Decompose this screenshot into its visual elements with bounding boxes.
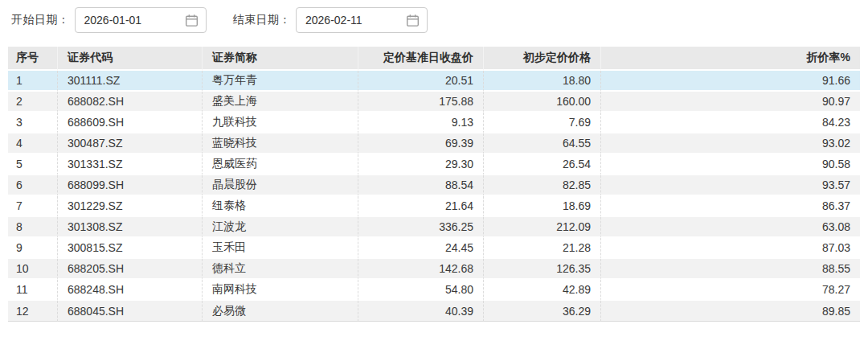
cell-security-name: 必易微 (203, 301, 358, 322)
cell-security-name: 南网科技 (203, 280, 358, 301)
table-row[interactable]: 1 301111.SZ 粤万年青 20.51 18.80 91.66 (8, 71, 860, 92)
cell-discount-rate: 90.97 (601, 92, 860, 113)
end-date-input[interactable]: 2026-02-11 (296, 7, 428, 33)
col-header-name: 证券简称 (203, 47, 358, 71)
cell-index: 11 (8, 280, 58, 301)
cell-security-code: 300487.SZ (58, 133, 203, 154)
cell-security-code: 688609.SH (58, 113, 203, 133)
cell-initial-price: 18.69 (484, 196, 601, 217)
cell-initial-price: 26.54 (484, 154, 601, 175)
end-date-value: 2026-02-11 (305, 14, 362, 27)
cell-discount-rate: 93.57 (601, 175, 860, 196)
table-row[interactable]: 6 688099.SH 晶晨股份 88.54 82.85 93.57 (8, 175, 860, 196)
table-row[interactable]: 7 301229.SZ 纽泰格 21.64 18.69 86.37 (8, 196, 860, 217)
table-body: 1 301111.SZ 粤万年青 20.51 18.80 91.66 2 688… (8, 71, 860, 322)
cell-security-name: 盛美上海 (203, 92, 358, 113)
table-row[interactable]: 5 301331.SZ 恩威医药 29.30 26.54 90.58 (8, 154, 860, 175)
cell-index: 6 (8, 175, 58, 196)
table-row[interactable]: 3 688609.SH 九联科技 9.13 7.69 84.23 (8, 113, 860, 133)
cell-initial-price: 64.55 (484, 133, 601, 154)
table-row[interactable]: 8 301308.SZ 江波龙 336.25 212.09 63.08 (8, 217, 860, 238)
securities-pricing-table: 序号 证券代码 证券简称 定价基准日收盘价 初步定价价格 折价率% 1 3011… (8, 47, 860, 322)
cell-discount-rate: 88.55 (601, 259, 860, 280)
start-date-label: 开始日期： (11, 13, 70, 27)
cell-close-price: 336.25 (358, 217, 484, 238)
cell-initial-price: 160.00 (484, 92, 601, 113)
cell-security-code: 688099.SH (58, 175, 203, 196)
cell-close-price: 29.30 (358, 154, 484, 175)
cell-index: 5 (8, 154, 58, 175)
cell-discount-rate: 78.27 (601, 280, 860, 301)
table-row[interactable]: 12 688045.SH 必易微 40.39 36.29 89.85 (8, 301, 860, 322)
cell-discount-rate: 84.23 (601, 113, 860, 133)
cell-close-price: 54.80 (358, 280, 484, 301)
calendar-icon[interactable] (406, 14, 420, 27)
cell-initial-price: 126.35 (484, 259, 601, 280)
cell-close-price: 9.13 (358, 113, 484, 133)
filter-bar: 开始日期： 2026-01-01 结束日期： 2026-02-11 (0, 0, 868, 34)
cell-initial-price: 21.28 (484, 238, 601, 259)
cell-close-price: 69.39 (358, 133, 484, 154)
cell-index: 2 (8, 92, 58, 113)
cell-index: 3 (8, 113, 58, 133)
cell-index: 12 (8, 301, 58, 322)
cell-security-code: 301308.SZ (58, 217, 203, 238)
table-row[interactable]: 10 688205.SH 德科立 142.68 126.35 88.55 (8, 259, 860, 280)
start-date-input[interactable]: 2026-01-01 (75, 7, 207, 33)
cell-security-code: 301229.SZ (58, 196, 203, 217)
end-date-filter: 结束日期： 2026-02-11 (233, 7, 428, 33)
cell-close-price: 175.88 (358, 92, 484, 113)
cell-discount-rate: 90.58 (601, 154, 860, 175)
calendar-icon[interactable] (185, 14, 199, 27)
cell-security-code: 688205.SH (58, 259, 203, 280)
cell-index: 7 (8, 196, 58, 217)
cell-initial-price: 7.69 (484, 113, 601, 133)
cell-close-price: 24.45 (358, 238, 484, 259)
cell-index: 10 (8, 259, 58, 280)
col-header-initial-price: 初步定价价格 (484, 47, 601, 71)
cell-close-price: 142.68 (358, 259, 484, 280)
cell-security-code: 688045.SH (58, 301, 203, 322)
cell-security-name: 恩威医药 (203, 154, 358, 175)
col-header-discount-rate: 折价率% (601, 47, 860, 71)
cell-security-code: 688082.SH (58, 92, 203, 113)
cell-security-code: 301111.SZ (58, 71, 203, 92)
cell-security-name: 粤万年青 (203, 71, 358, 92)
cell-security-name: 晶晨股份 (203, 175, 358, 196)
col-header-close-price: 定价基准日收盘价 (358, 47, 484, 71)
table-row[interactable]: 11 688248.SH 南网科技 54.80 42.89 78.27 (8, 280, 860, 301)
start-date-filter: 开始日期： 2026-01-01 (11, 7, 207, 33)
col-header-index: 序号 (8, 47, 58, 71)
cell-security-code: 301331.SZ (58, 154, 203, 175)
cell-discount-rate: 87.03 (601, 238, 860, 259)
cell-close-price: 40.39 (358, 301, 484, 322)
cell-discount-rate: 91.66 (601, 71, 860, 92)
end-date-label: 结束日期： (233, 13, 292, 27)
cell-index: 4 (8, 133, 58, 154)
cell-discount-rate: 86.37 (601, 196, 860, 217)
start-date-value: 2026-01-01 (84, 14, 142, 27)
cell-discount-rate: 63.08 (601, 217, 860, 238)
cell-initial-price: 18.80 (484, 71, 601, 92)
table-row[interactable]: 4 300487.SZ 蓝晓科技 69.39 64.55 93.02 (8, 133, 860, 154)
cell-initial-price: 36.29 (484, 301, 601, 322)
cell-security-name: 纽泰格 (203, 196, 358, 217)
cell-security-name: 德科立 (203, 259, 358, 280)
cell-initial-price: 42.89 (484, 280, 601, 301)
cell-close-price: 88.54 (358, 175, 484, 196)
cell-initial-price: 212.09 (484, 217, 601, 238)
cell-security-name: 江波龙 (203, 217, 358, 238)
table-header-row: 序号 证券代码 证券简称 定价基准日收盘价 初步定价价格 折价率% (8, 47, 860, 71)
cell-discount-rate: 93.02 (601, 133, 860, 154)
cell-security-name: 九联科技 (203, 113, 358, 133)
cell-close-price: 20.51 (358, 71, 484, 92)
cell-discount-rate: 89.85 (601, 301, 860, 322)
cell-index: 8 (8, 217, 58, 238)
cell-security-name: 蓝晓科技 (203, 133, 358, 154)
cell-security-name: 玉禾田 (203, 238, 358, 259)
col-header-code: 证券代码 (58, 47, 203, 71)
table-row[interactable]: 2 688082.SH 盛美上海 175.88 160.00 90.97 (8, 92, 860, 113)
cell-close-price: 21.64 (358, 196, 484, 217)
cell-index: 1 (8, 71, 58, 92)
table-row[interactable]: 9 300815.SZ 玉禾田 24.45 21.28 87.03 (8, 238, 860, 259)
